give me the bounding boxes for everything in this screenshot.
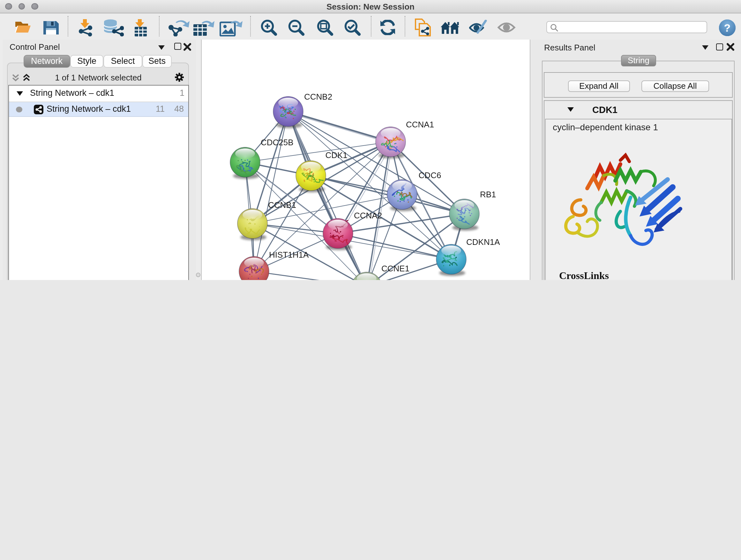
svg-text:CCNA2: CCNA2: [354, 211, 382, 220]
svg-text:CCNA1: CCNA1: [406, 120, 434, 129]
svg-text:RB1: RB1: [480, 190, 496, 199]
svg-text:CCNE1: CCNE1: [381, 264, 409, 273]
svg-text:CDKN1A: CDKN1A: [466, 237, 500, 247]
svg-text:CDK1: CDK1: [325, 150, 347, 160]
svg-text:?: ?: [724, 21, 731, 34]
svg-text:CCNB1: CCNB1: [268, 200, 296, 210]
svg-text:HIST1H1A: HIST1H1A: [269, 250, 309, 260]
svg-text:CCNB2: CCNB2: [304, 92, 332, 102]
svg-text:CDC6: CDC6: [418, 171, 441, 180]
svg-text:CDC25B: CDC25B: [260, 138, 293, 147]
